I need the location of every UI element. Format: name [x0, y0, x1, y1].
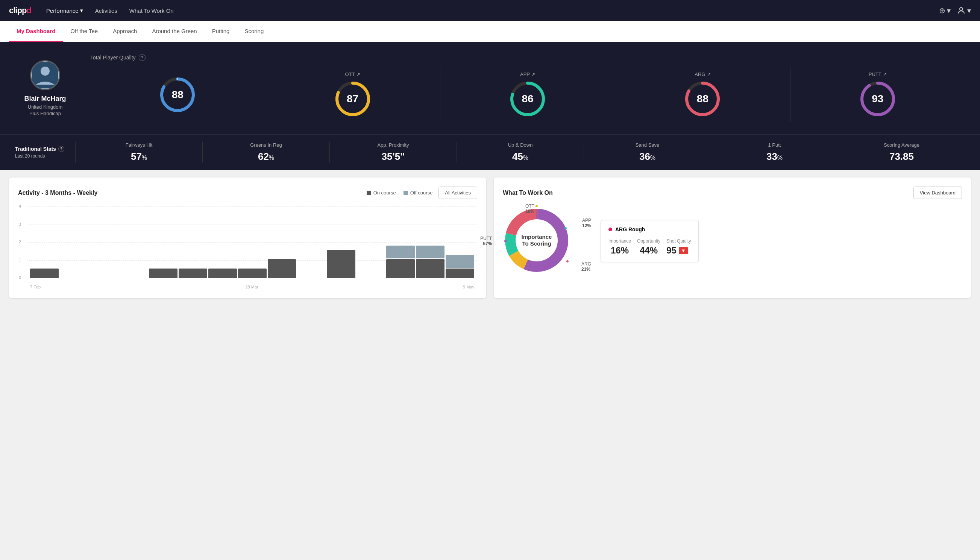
ott-dot	[536, 205, 538, 207]
arg-dot	[566, 260, 569, 263]
tab-bar: My Dashboard Off the Tee Approach Around…	[0, 21, 980, 42]
on-course-bar	[179, 268, 207, 278]
bar-group-14	[446, 255, 474, 278]
stat-updown: Up & Down 45%	[456, 142, 584, 162]
ott-donut-label: OTT 10%	[525, 203, 534, 214]
putt-arrow-icon: ↗	[883, 72, 887, 77]
info-card: ARG Rough Importance 16% Opportunity 44%…	[601, 220, 699, 262]
putt-label: PUTT	[869, 72, 882, 77]
y-label-1: 1	[19, 258, 21, 262]
on-course-bar	[149, 268, 178, 278]
avatar	[30, 60, 60, 90]
add-chevron-icon: ▾	[947, 6, 951, 15]
legend-on-course: On course	[367, 190, 396, 195]
player-handicap: Plus Handicap	[29, 110, 61, 116]
trad-stats-title: Traditional Stats	[15, 146, 56, 152]
bar-group-3	[119, 277, 148, 278]
player-name: Blair McHarg	[24, 95, 66, 103]
score-arg: ARG ↗ 88	[615, 67, 790, 122]
bar-group-11	[356, 277, 385, 278]
arg-label: ARG	[695, 72, 705, 77]
nav-activities[interactable]: Activities	[95, 8, 117, 14]
bar-group-13	[416, 246, 444, 278]
on-course-bar	[268, 259, 296, 278]
on-course-bar	[386, 259, 415, 278]
app-logo: clippd	[9, 6, 31, 15]
info-card-dot	[609, 228, 612, 231]
user-menu[interactable]: ▾	[957, 6, 971, 15]
score-app: APP ↗ 86	[440, 67, 615, 122]
nav-links: Performance ▾ Activities What To Work On	[46, 7, 174, 14]
x-label-feb: 7 Feb	[30, 285, 41, 289]
tab-putting[interactable]: Putting	[205, 21, 237, 42]
plus-circle-icon: ⊕	[939, 6, 945, 15]
app-dot	[564, 227, 567, 229]
overall-value: 88	[172, 89, 183, 101]
ott-arrow-icon: ↗	[356, 72, 360, 77]
y-label-0: 0	[19, 275, 21, 280]
help-icon[interactable]: ?	[139, 54, 146, 61]
ott-label: OTT	[345, 72, 355, 77]
info-opportunity: Opportunity 44%	[637, 238, 661, 256]
nav-what-to-work-on[interactable]: What To Work On	[129, 8, 174, 14]
y-label-3: 3	[19, 222, 21, 227]
bar-group-6	[208, 268, 237, 278]
traditional-stats-bar: Traditional Stats ? Last 20 rounds Fairw…	[0, 134, 980, 170]
nav-right: ⊕ ▾ ▾	[939, 6, 971, 15]
bar-group-2	[90, 277, 118, 278]
bars-area	[30, 207, 474, 278]
on-course-bar	[238, 268, 266, 278]
bar-group-9	[297, 277, 326, 278]
trad-help-icon[interactable]: ?	[58, 146, 64, 152]
x-label-may: 9 May	[463, 285, 474, 289]
y-label-4: 4	[19, 204, 21, 208]
user-icon	[957, 6, 966, 15]
bottom-section: Activity - 3 Months - Weekly On course O…	[0, 170, 980, 306]
bar-group-5	[179, 268, 207, 278]
score-overall: 88	[90, 67, 265, 122]
app-label: APP	[520, 72, 530, 77]
activity-panel: Activity - 3 Months - Weekly On course O…	[9, 178, 486, 298]
svg-point-2	[41, 67, 50, 76]
nav-performance[interactable]: Performance ▾	[46, 7, 83, 14]
add-button[interactable]: ⊕ ▾	[939, 6, 951, 15]
tab-off-the-tee[interactable]: Off the Tee	[63, 21, 105, 42]
info-card-header: ARG Rough	[609, 227, 691, 232]
putt-donut-label: PUTT 57%	[480, 236, 492, 246]
putt-dot	[504, 240, 507, 242]
stat-oneputt: 1 Putt 33%	[711, 142, 838, 162]
app-donut-label: APP 12%	[582, 218, 591, 228]
stat-sandsave: Sand Save 36%	[584, 142, 711, 162]
tab-scoring[interactable]: Scoring	[237, 21, 271, 42]
score-putt: PUTT ↗ 93	[790, 67, 965, 122]
activity-bar-chart: 4 3 2 1 0 7 Feb 28 Mar 9 May	[18, 207, 477, 289]
scores-grid: 88 OTT ↗ 87	[90, 67, 965, 122]
on-course-bar	[30, 268, 59, 278]
svg-text:Importance: Importance	[522, 233, 552, 240]
wtwon-header: What To Work On View Dashboard	[503, 187, 962, 199]
view-dashboard-button[interactable]: View Dashboard	[913, 187, 962, 199]
svg-text:To Scoring: To Scoring	[522, 240, 551, 247]
putt-value: 93	[872, 93, 883, 105]
bar-group-8	[268, 259, 296, 278]
trad-stats-sub: Last 20 rounds	[15, 153, 75, 159]
donut-chart: Importance To Scoring	[503, 207, 571, 274]
player-info: Blair McHarg United Kingdom Plus Handica…	[15, 60, 75, 116]
all-activities-button[interactable]: All Activities	[438, 187, 477, 199]
arg-value: 88	[697, 93, 709, 105]
arg-arrow-icon: ↗	[707, 72, 711, 77]
chevron-down-icon: ▾	[80, 7, 83, 14]
on-course-bar	[327, 250, 355, 278]
off-course-bar	[446, 255, 474, 268]
tab-around-the-green[interactable]: Around the Green	[145, 21, 204, 42]
player-country: United Kingdom	[28, 104, 63, 110]
tab-my-dashboard[interactable]: My Dashboard	[9, 21, 63, 42]
hero-section: Blair McHarg United Kingdom Plus Handica…	[0, 42, 980, 134]
tab-approach[interactable]: Approach	[105, 21, 145, 42]
stat-fairways: Fairways Hit 57%	[75, 142, 202, 162]
activity-chart-title: Activity - 3 Months - Weekly	[18, 190, 97, 196]
bar-group-1	[60, 277, 88, 278]
app-arrow-icon: ↗	[531, 72, 535, 77]
stat-scoring: Scoring Average 73.85	[838, 142, 965, 162]
donut-wrapper: OTT 10% APP 12% ARG 21% PUTT 57%	[503, 207, 571, 276]
